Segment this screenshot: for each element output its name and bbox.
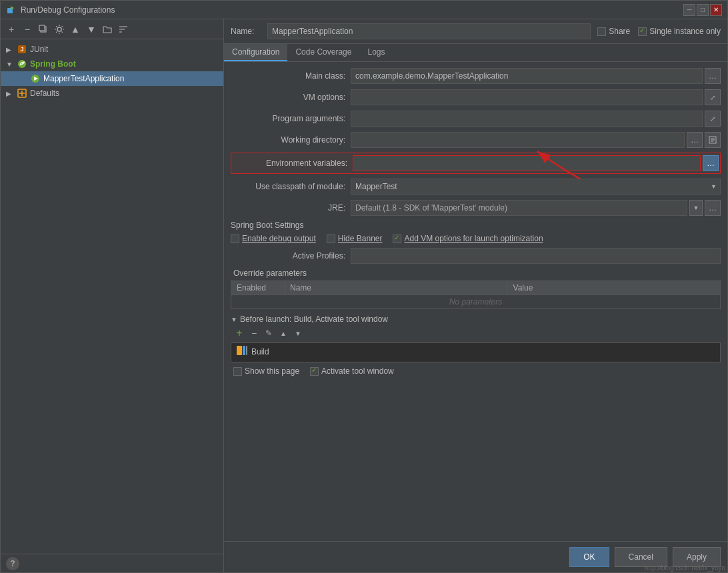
sidebar-item-spring-boot[interactable]: ▼ Spring Boot bbox=[1, 57, 223, 71]
activate-window-checkbox-label[interactable]: Activate tool window bbox=[310, 366, 394, 376]
show-page-checkbox[interactable] bbox=[233, 367, 242, 376]
junit-icon: J bbox=[17, 44, 27, 55]
enable-debug-checkbox[interactable] bbox=[231, 235, 239, 243]
close-button[interactable]: ✕ bbox=[710, 4, 722, 16]
sidebar-item-junit[interactable]: ▶ J JUnit bbox=[1, 42, 223, 57]
vm-options-input[interactable] bbox=[351, 89, 703, 105]
watermark: http://blog.csdn.net/lx_yoyo bbox=[645, 564, 725, 572]
env-vars-label: Environment variables: bbox=[233, 159, 353, 168]
spring-boot-settings-section: Spring Boot Settings Enable debug output… bbox=[231, 221, 721, 265]
svg-rect-23 bbox=[246, 346, 247, 355]
build-item: Build bbox=[237, 346, 715, 357]
vm-options-expand-button[interactable]: ⤢ bbox=[705, 89, 721, 105]
active-profiles-input[interactable] bbox=[351, 248, 721, 264]
title-bar: Run/Debug Configurations ─ □ ✕ bbox=[1, 1, 727, 19]
name-input[interactable] bbox=[267, 23, 591, 39]
program-args-label: Program arguments: bbox=[231, 114, 351, 123]
before-launch-remove-button[interactable]: − bbox=[248, 326, 260, 340]
activate-window-checkbox[interactable] bbox=[310, 367, 319, 376]
before-launch-up-button[interactable]: ▲ bbox=[277, 326, 289, 340]
settings-button[interactable] bbox=[53, 23, 66, 36]
tab-logs[interactable]: Logs bbox=[359, 44, 393, 61]
spring-icon bbox=[17, 59, 27, 69]
col-enabled: Enabled bbox=[231, 281, 285, 295]
spring-boot-settings-header: Spring Boot Settings bbox=[231, 221, 721, 230]
copy-config-button[interactable] bbox=[37, 23, 50, 36]
window-title: Run/Debug Configurations bbox=[21, 5, 115, 15]
working-dir-file-button[interactable] bbox=[705, 132, 721, 148]
sort-button[interactable] bbox=[117, 23, 130, 36]
env-vars-row: Environment variables: … bbox=[233, 155, 719, 172]
before-launch-header: ▼ Before launch: Build, Activate tool wi… bbox=[231, 314, 721, 324]
active-profiles-label: Active Profiles: bbox=[231, 251, 351, 261]
hide-banner-label[interactable]: Hide Banner bbox=[327, 234, 383, 243]
show-page-text: Show this page bbox=[245, 366, 299, 376]
add-config-button[interactable]: + bbox=[5, 23, 18, 36]
working-dir-browse-button[interactable]: … bbox=[687, 132, 703, 148]
jre-input[interactable] bbox=[351, 200, 687, 216]
active-profiles-row: Active Profiles: bbox=[231, 247, 721, 265]
sidebar-item-mapper-test[interactable]: MapperTestApplication bbox=[1, 71, 223, 86]
single-instance-text: Single instance only bbox=[649, 27, 721, 36]
move-up-button[interactable]: ▲ bbox=[69, 23, 82, 36]
program-args-row: Program arguments: ⤢ bbox=[231, 110, 721, 127]
single-instance-label[interactable]: Single instance only bbox=[638, 27, 721, 36]
single-instance-checkbox[interactable] bbox=[638, 27, 647, 36]
window-icon bbox=[6, 5, 17, 15]
tab-configuration[interactable]: Configuration bbox=[224, 44, 287, 61]
share-checkbox[interactable] bbox=[597, 27, 606, 36]
main-window: Run/Debug Configurations ─ □ ✕ + − ▲ ▼ bbox=[0, 0, 728, 573]
enable-debug-label[interactable]: Enable debug output bbox=[231, 234, 316, 243]
hide-banner-checkbox[interactable] bbox=[327, 235, 335, 243]
env-vars-highlighted-row: Environment variables: … bbox=[231, 153, 721, 174]
help-button[interactable]: ? bbox=[6, 557, 19, 570]
classpath-select[interactable]: MapperTest bbox=[351, 179, 721, 195]
working-dir-input[interactable] bbox=[351, 132, 685, 148]
before-launch-collapse[interactable]: ▼ bbox=[231, 316, 237, 323]
remove-config-button[interactable]: − bbox=[21, 23, 34, 36]
move-down-button[interactable]: ▼ bbox=[85, 23, 98, 36]
before-launch-list: Build bbox=[231, 342, 721, 362]
sidebar-item-defaults[interactable]: ▶ Defaults bbox=[1, 86, 223, 101]
classpath-module-label: Use classpath of module: bbox=[231, 182, 351, 191]
before-launch-add-button[interactable]: + bbox=[233, 326, 245, 340]
main-class-label: Main class: bbox=[231, 71, 351, 81]
program-args-input[interactable] bbox=[351, 111, 703, 127]
env-vars-browse-button[interactable]: … bbox=[703, 155, 719, 171]
activate-window-text: Activate tool window bbox=[321, 366, 394, 376]
program-args-expand-button[interactable]: ⤢ bbox=[705, 111, 721, 127]
tab-code-coverage[interactable]: Code Coverage bbox=[287, 44, 359, 61]
folder-button[interactable] bbox=[101, 23, 114, 36]
svg-rect-22 bbox=[243, 346, 245, 355]
main-class-browse-button[interactable]: … bbox=[705, 68, 721, 84]
add-vm-checkbox[interactable] bbox=[393, 235, 401, 243]
main-class-input-row: … bbox=[351, 68, 721, 84]
env-vars-input[interactable] bbox=[353, 155, 701, 171]
sidebar-item-junit-label: JUnit bbox=[30, 45, 48, 54]
sidebar-help: ? bbox=[1, 554, 223, 572]
enable-debug-text: Enable debug output bbox=[242, 234, 316, 243]
env-vars-input-row: … bbox=[353, 155, 719, 171]
ok-button[interactable]: OK bbox=[569, 547, 609, 567]
jre-dropdown-button[interactable]: ▼ bbox=[689, 200, 703, 216]
minimize-button[interactable]: ─ bbox=[683, 4, 695, 16]
right-panel-wrapper: Name: Share Single instance only bbox=[224, 19, 727, 572]
show-page-checkbox-label[interactable]: Show this page bbox=[233, 366, 299, 376]
main-class-input[interactable] bbox=[351, 68, 703, 84]
jre-browse-button[interactable]: … bbox=[705, 200, 721, 216]
before-launch-section: ▼ Before launch: Build, Activate tool wi… bbox=[231, 314, 721, 376]
tree-arrow-spring: ▼ bbox=[6, 61, 14, 68]
show-page-row: Show this page Activate tool window bbox=[231, 366, 721, 376]
before-launch-down-button[interactable]: ▼ bbox=[292, 326, 304, 340]
sidebar-item-mapper-label: MapperTestApplication bbox=[43, 74, 124, 83]
before-launch-edit-button[interactable]: ✎ bbox=[263, 326, 275, 340]
right-panel: Name: Share Single instance only bbox=[224, 19, 727, 572]
override-params-section: Override parameters Enabled Name Value bbox=[231, 269, 721, 309]
maximize-button[interactable]: □ bbox=[697, 4, 709, 16]
defaults-icon bbox=[17, 88, 27, 99]
classpath-module-row: Use classpath of module: MapperTest bbox=[231, 178, 721, 195]
add-vm-label[interactable]: Add VM options for launch optimization bbox=[393, 234, 543, 243]
run-icon bbox=[30, 73, 41, 84]
share-checkbox-label[interactable]: Share bbox=[597, 27, 630, 36]
jre-select-wrapper: ▼ … bbox=[351, 200, 721, 216]
